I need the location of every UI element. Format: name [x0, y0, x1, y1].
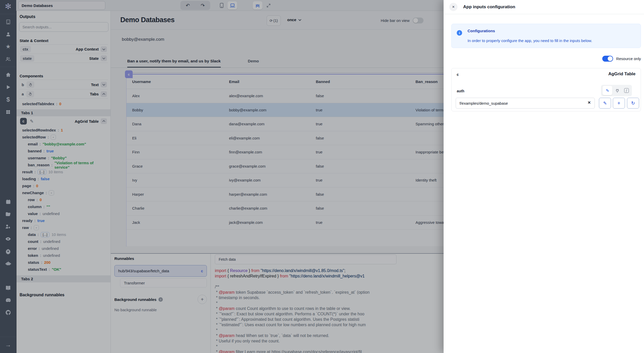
- connect-plug-icon[interactable]: [614, 86, 621, 95]
- app-inputs-drawer: × App inputs configuration i Configurati…: [444, 0, 644, 353]
- add-resource-button[interactable]: +: [613, 98, 625, 109]
- edit-resource-button[interactable]: ✎: [599, 98, 611, 109]
- configurations-alert: i Configurations In order to properly co…: [451, 24, 641, 48]
- alert-title: Configurations: [468, 29, 495, 33]
- clear-input-icon[interactable]: ✕: [588, 100, 591, 105]
- drawer-header: × App inputs configuration: [444, 0, 644, 14]
- eval-function-icon[interactable]: f: [623, 86, 630, 95]
- alert-body: In order to properly configure the app, …: [468, 38, 592, 43]
- refresh-resource-button[interactable]: ↻: [627, 98, 639, 109]
- auth-field-label: auth: [457, 89, 464, 93]
- input-mode-switcher: ✎ f: [601, 85, 632, 96]
- resource-only-toggle[interactable]: [602, 56, 613, 62]
- info-circle-icon: i: [457, 30, 462, 36]
- resource-path-input[interactable]: [456, 98, 595, 109]
- component-config-card: c AgGrid Table auth ✎ f ✕ ✎ + ↻: [451, 68, 641, 111]
- resource-only-label: Resource only: [616, 56, 641, 61]
- close-icon[interactable]: ×: [449, 3, 457, 11]
- config-component-type: AgGrid Table: [608, 71, 635, 77]
- app-root: ✻ ★ $ → ↶ ↷: [0, 0, 644, 353]
- static-mode-pencil-icon[interactable]: ✎: [603, 86, 612, 95]
- config-component-id: c: [457, 72, 459, 77]
- resource-only-row: Resource only: [451, 56, 641, 62]
- drawer-title: App inputs configuration: [463, 4, 515, 10]
